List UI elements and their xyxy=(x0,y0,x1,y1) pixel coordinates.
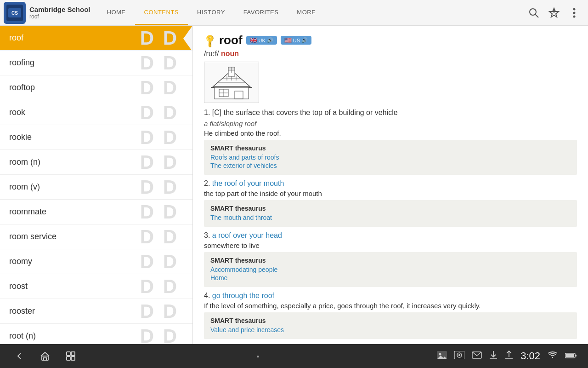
wifi-icon xyxy=(548,351,558,361)
definition-2-header: 2. the roof of your mouth xyxy=(204,179,577,188)
definition-1: 1. [C] the surface that covers the top o… xyxy=(204,109,577,117)
sidebar-item-roomy[interactable]: roomy D D xyxy=(0,249,192,274)
example-sentence-1: He climbed onto the roof. xyxy=(204,129,577,137)
tab-more[interactable]: MORE xyxy=(288,0,325,25)
tab-favorites[interactable]: FAVORITES xyxy=(234,0,288,25)
thesaurus-link-3b[interactable]: Home xyxy=(210,274,571,282)
thesaurus-box-3: SMART thesaurus Accommodating people Hom… xyxy=(204,252,577,287)
def-3-phrase[interactable]: a roof over your head xyxy=(212,231,282,239)
sidebar-item-room-service[interactable]: room service D D xyxy=(0,224,192,249)
upload-icon xyxy=(505,351,513,362)
sidebar: roof D D roofing D D rooftop D D rook D … xyxy=(0,26,193,344)
phonetic: /ruːf/ noun xyxy=(204,49,577,58)
thesaurus-link-1b[interactable]: The exterior of vehicles xyxy=(210,162,571,169)
sidebar-item-rooftop[interactable]: rooftop D D xyxy=(0,75,192,100)
app-title: Cambridge School xyxy=(29,6,90,13)
key-icon: 🔑 xyxy=(202,32,218,48)
svg-point-9 xyxy=(573,12,576,14)
thesaurus-box-1: SMART thesaurus Roofs and parts of roofs… xyxy=(204,140,577,175)
download-icon xyxy=(489,351,498,362)
thesaurus-link-4a[interactable]: Value and price increases xyxy=(210,326,571,334)
time-display: 3:02 xyxy=(520,350,540,362)
thesaurus-box-2: SMART thesaurus The mouth and throat xyxy=(204,200,577,227)
sidebar-item-rooster[interactable]: rooster D D xyxy=(0,299,192,324)
sidebar-item-roost[interactable]: roost D D xyxy=(0,274,192,299)
svg-rect-45 xyxy=(575,355,577,356)
sidebar-item-roof[interactable]: roof D D xyxy=(0,26,192,51)
definition-4-header: 4. go through the roof xyxy=(204,292,577,300)
thesaurus-link-2a[interactable]: The mouth and throat xyxy=(210,214,571,221)
sidebar-item-root-n[interactable]: root (n) D D xyxy=(0,324,192,344)
top-bar: CS Cambridge School roof HOME CONTENTS H… xyxy=(0,0,588,26)
tab-home[interactable]: HOME xyxy=(98,0,135,25)
bottom-nav xyxy=(11,348,79,364)
app-icon: CS xyxy=(4,2,26,24)
svg-rect-28 xyxy=(44,358,46,360)
dict-content: 🔑 roof 🇬🇧 UK 🔊 🇺🇸 US 🔊 /ruːf/ noun xyxy=(193,26,588,344)
def-4-phrase[interactable]: go through the roof xyxy=(212,292,274,299)
bottom-right: 3:02 xyxy=(437,350,577,362)
headword: roof xyxy=(219,33,243,47)
sidebar-item-room-v[interactable]: room (v) D D xyxy=(0,175,192,200)
svg-text:CS: CS xyxy=(11,11,18,16)
thesaurus-box-4: SMART thesaurus Value and price increase… xyxy=(204,312,577,339)
back-button[interactable] xyxy=(11,348,28,364)
svg-rect-46 xyxy=(566,354,574,357)
svg-rect-30 xyxy=(71,352,75,356)
battery-icon xyxy=(565,351,577,361)
app-subtitle: roof xyxy=(29,13,90,20)
thesaurus-link-3a[interactable]: Accommodating people xyxy=(210,266,571,273)
search-icon[interactable] xyxy=(526,5,542,21)
sidebar-item-roommate[interactable]: roommate D D xyxy=(0,200,192,224)
nav-tabs: HOME CONTENTS HISTORY FAVORITES MORE xyxy=(98,0,526,25)
word-header: 🔑 roof 🇬🇧 UK 🔊 🇺🇸 US 🔊 xyxy=(204,33,577,47)
svg-point-34 xyxy=(439,353,441,355)
us-audio-button[interactable]: 🇺🇸 US 🔊 xyxy=(281,36,311,45)
sidebar-item-roofing[interactable]: roofing D D xyxy=(0,51,192,75)
sidebar-item-rookie[interactable]: rookie D D xyxy=(0,125,192,150)
svg-rect-32 xyxy=(71,356,75,360)
def-4-text: If the level of something, especially a … xyxy=(204,302,577,310)
tab-contents[interactable]: CONTENTS xyxy=(135,0,188,25)
top-icons xyxy=(526,5,588,21)
definition-3-header: 3. a roof over your head xyxy=(204,231,577,240)
app-title-area: Cambridge School roof xyxy=(29,6,90,20)
svg-rect-29 xyxy=(67,352,70,356)
def-3-text: somewhere to live xyxy=(204,242,577,249)
favorite-add-icon[interactable] xyxy=(546,5,562,21)
screenshot-icon xyxy=(454,351,464,362)
svg-point-8 xyxy=(573,8,576,10)
main-area: roof D D roofing D D rooftop D D rook D … xyxy=(0,26,588,344)
uk-audio-button[interactable]: 🇬🇧 UK 🔊 xyxy=(246,36,277,45)
more-options-icon[interactable] xyxy=(566,5,582,21)
home-button[interactable] xyxy=(37,348,53,364)
svg-line-4 xyxy=(535,14,538,17)
mail-icon xyxy=(472,351,482,361)
gallery-icon xyxy=(437,351,447,362)
def-2-phrase[interactable]: the roof of your mouth xyxy=(212,179,284,187)
tab-history[interactable]: HISTORY xyxy=(188,0,234,25)
thesaurus-link-1a[interactable]: Roofs and parts of roofs xyxy=(210,154,571,161)
bottom-center-dot: ● xyxy=(257,354,260,359)
svg-point-10 xyxy=(573,15,576,17)
recents-button[interactable] xyxy=(62,348,79,364)
svg-point-38 xyxy=(458,354,460,356)
roof-illustration xyxy=(204,62,259,103)
svg-rect-31 xyxy=(67,356,70,360)
svg-point-3 xyxy=(530,9,536,15)
sidebar-item-room-n[interactable]: room (n) D D xyxy=(0,150,192,175)
example-italic-1: a flat/sloping roof xyxy=(204,120,577,127)
def-2-text: the top part of the inside of your mouth xyxy=(204,190,577,197)
sidebar-item-rook[interactable]: rook D D xyxy=(0,100,192,125)
bottom-bar: ● xyxy=(0,344,588,368)
